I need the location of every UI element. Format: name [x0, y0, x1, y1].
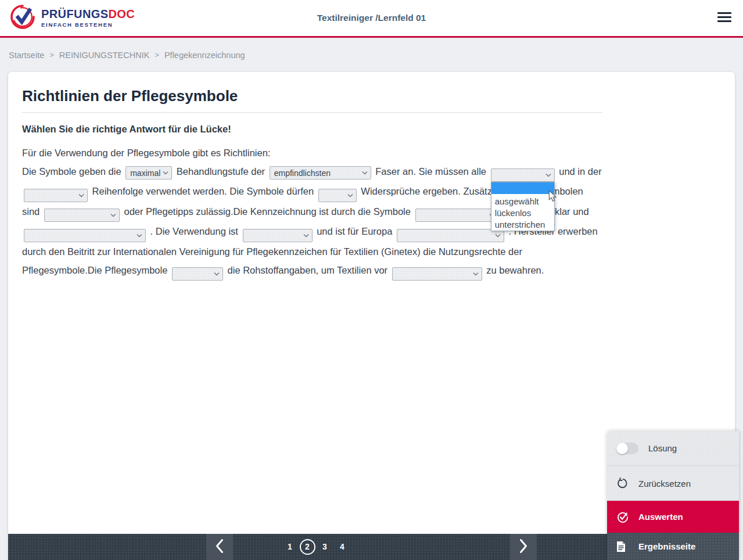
results-page-button[interactable]: Ergebnisseite: [607, 533, 739, 560]
evaluate-button[interactable]: Auswerten: [607, 501, 739, 533]
previous-page-button[interactable]: [206, 534, 233, 560]
cloze-text: Behandlungstufe der: [177, 166, 265, 177]
cloze-text: zu bewahren.: [486, 265, 544, 275]
chevron-down-icon: [347, 193, 353, 198]
pagination-page-4[interactable]: 4: [333, 539, 351, 555]
app-header: PRÜFUNGSDOC EINFACH BESTEHEN Textilreini…: [0, 0, 743, 38]
exercise-intro: Für die Verwendung der Pflegesymbole gib…: [22, 143, 602, 162]
results-page-button-label: Ergebnisseite: [638, 541, 695, 551]
cloze-text: und in der: [559, 166, 601, 177]
cloze-select-11[interactable]: [44, 209, 120, 222]
reset-button-label: Zurücksetzen: [638, 479, 691, 489]
cloze-select-21[interactable]: [172, 267, 223, 281]
brand-tagline: EINFACH BESTEHEN: [41, 22, 135, 28]
chevron-right-icon: [519, 539, 528, 556]
breadcrumb-item-1[interactable]: Startseite: [9, 51, 44, 60]
cloze-select-15[interactable]: [24, 229, 146, 242]
cloze-select-13[interactable]: [415, 209, 498, 222]
chevron-down-icon: [163, 171, 168, 175]
breadcrumb: Startseite>REINIGUNGSTECHNIK>Pflegekennz…: [0, 38, 743, 72]
pagination-page-1[interactable]: 1: [281, 539, 299, 555]
chevron-down-icon: [78, 193, 84, 198]
dropdown-option[interactable]: [491, 182, 554, 194]
dropdown-option[interactable]: unterstrichen: [491, 219, 554, 231]
check-circle-icon: [616, 511, 638, 523]
breadcrumb-separator: >: [49, 51, 54, 59]
cloze-text: oder Pflegetipps zulässig.Die Kennzeichn…: [124, 206, 410, 217]
chevron-down-icon: [110, 213, 116, 217]
cloze-select-5[interactable]: [491, 168, 555, 182]
cloze-text: Faser an. Sie müssen alle: [375, 166, 486, 177]
solution-toggle[interactable]: [616, 443, 638, 454]
title-divider: [22, 112, 602, 113]
dropdown-option[interactable]: lückenlos: [491, 207, 554, 219]
brand-name: PRÜFUNGSDOC: [41, 8, 135, 20]
evaluate-button-label: Auswerten: [638, 512, 683, 522]
chevron-down-icon: [303, 234, 309, 238]
cloze-select-value: maximale: [130, 164, 160, 182]
chevron-down-icon: [362, 171, 368, 175]
cloze-select-19[interactable]: [397, 229, 504, 242]
reset-icon: [616, 478, 638, 489]
cloze-select-23[interactable]: [392, 267, 482, 281]
exercise-instruction: Wählen Sie die richtige Antwort für die …: [22, 124, 602, 135]
cloze-text: Die Symbole geben die: [22, 166, 121, 177]
cloze-text: die Rohstoffangaben, um Textilien vor: [228, 265, 387, 275]
logo-check-circle-icon: [9, 3, 36, 33]
hamburger-menu-icon[interactable]: [717, 12, 731, 22]
chevron-down-icon: [495, 234, 501, 238]
cloze-select-3[interactable]: empfindlichsten: [270, 166, 371, 180]
cloze-select-9[interactable]: [318, 189, 357, 202]
chevron-down-icon: [545, 173, 551, 177]
pagination-page-2[interactable]: 2: [300, 539, 315, 555]
cloze-select-7[interactable]: [24, 189, 88, 202]
next-page-button[interactable]: [510, 534, 537, 560]
cloze-select-1[interactable]: maximale: [125, 166, 172, 180]
document-icon: [616, 541, 638, 552]
breadcrumb-separator: >: [155, 51, 159, 59]
breadcrumb-item-2[interactable]: REINIGUNGSTECHNIK: [59, 51, 150, 60]
cloze-select-17[interactable]: [243, 229, 313, 242]
breadcrumb-item-3[interactable]: Pflegekennzeichnung: [164, 51, 245, 60]
chevron-left-icon: [215, 539, 224, 556]
reset-button[interactable]: Zurücksetzen: [607, 466, 739, 501]
pagination-pages: 1234: [281, 534, 351, 560]
cloze-paragraph: Die Symbole geben die maximale Behandlun…: [22, 162, 602, 281]
cloze-select-value: empfindlichsten: [274, 164, 331, 182]
dropdown-option[interactable]: ausgewählt: [491, 196, 554, 207]
pagination-page-3[interactable]: 3: [316, 539, 333, 555]
page-title: Richtlinien der Pflegesymbole: [22, 87, 602, 105]
open-dropdown-list: ausgewähltlückenlosunterstrichen: [491, 182, 555, 231]
chevron-down-icon: [137, 234, 142, 238]
chevron-down-icon: [214, 272, 220, 276]
cloze-text: Reihenfolge verwendet werden. Die Symbol…: [92, 186, 314, 196]
logo[interactable]: PRÜFUNGSDOC EINFACH BESTEHEN: [9, 3, 135, 33]
cloze-text: . Die Verwendung ist: [150, 226, 238, 236]
solution-toggle-label: Lösung: [648, 443, 677, 453]
action-panel: Lösung Zurücksetzen Auswerten: [607, 431, 739, 560]
solution-toggle-row: Lösung: [607, 431, 739, 466]
cloze-text: und ist für Europa: [317, 226, 392, 236]
chevron-down-icon: [473, 272, 479, 276]
